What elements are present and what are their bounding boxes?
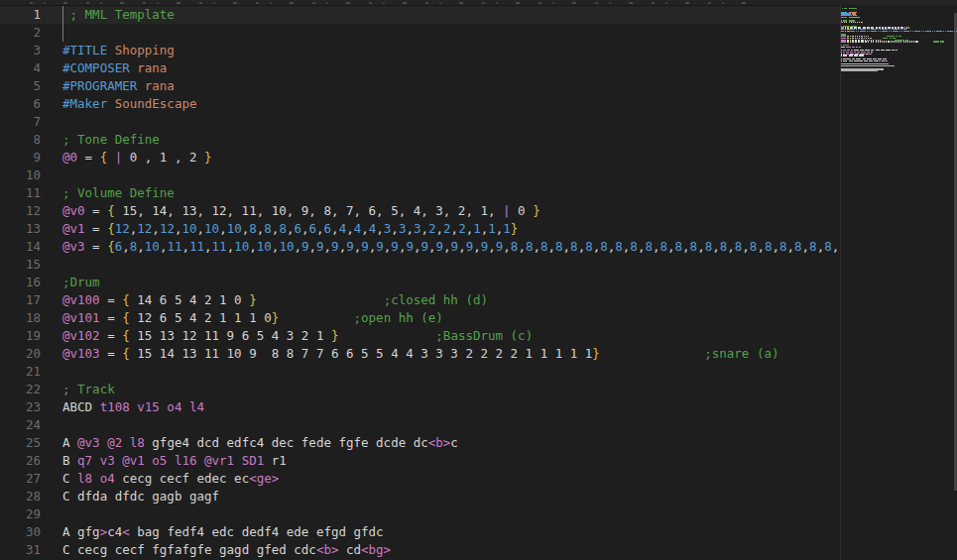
code-line[interactable]: 10 [0, 167, 840, 184]
code-line[interactable]: 11; Volume Define [0, 184, 840, 202]
code-text: ; Tone Define [62, 131, 160, 149]
line-number[interactable]: 5 [0, 77, 41, 95]
minimap[interactable] [840, 5, 957, 560]
code-text: #PROGRAMER rana [62, 77, 175, 95]
code-text: @v0 = { 15, 14, 13, 12, 11, 10, 9, 8, 7,… [62, 202, 540, 220]
line-number[interactable]: 16 [0, 274, 41, 291]
code-text: B q7 v3 @v1 o5 l16 @vr1 SD1 r1 [62, 452, 287, 470]
editor-window: 1 ; MML Template23#TITLE Shopping4#COMPO… [0, 0, 957, 560]
code-text: ; Volume Define [62, 184, 175, 202]
line-number[interactable]: 24 [0, 416, 41, 434]
code-text: @v102 = { 15 13 12 11 9 6 5 4 3 2 1 } ;B… [62, 327, 533, 345]
line-number[interactable]: 21 [0, 363, 41, 381]
minimap-line [841, 70, 957, 72]
line-number[interactable]: 30 [0, 523, 41, 541]
code-line[interactable]: 5#PROGRAMER rana [0, 77, 840, 95]
code-text: @v101 = { 12 6 5 4 2 1 1 1 0} ;open hh (… [62, 309, 443, 327]
code-text: #TITLE Shopping [62, 42, 175, 59]
code-line[interactable]: 1 ; MML Template [0, 6, 840, 24]
line-number[interactable]: 4 [0, 59, 41, 77]
line-number[interactable]: 13 [0, 220, 41, 238]
code-line[interactable]: 2 [0, 24, 840, 42]
line-number[interactable]: 8 [0, 131, 41, 149]
code-line[interactable]: 12@v0 = { 15, 14, 13, 12, 11, 10, 9, 8, … [0, 202, 840, 220]
line-number[interactable]: 15 [0, 256, 41, 274]
line-number[interactable]: 14 [0, 238, 41, 256]
code-text: @v100 = { 14 6 5 4 2 1 0 } ;closed hh (d… [62, 291, 488, 309]
code-line[interactable]: 9@0 = { | 0 , 1 , 2 } [0, 149, 840, 167]
line-number[interactable]: 10 [0, 167, 41, 184]
code-line[interactable]: 3#TITLE Shopping [0, 42, 840, 59]
code-line[interactable]: 31C cecg cecf fgfafgfe gagd gfed cdc<b> … [0, 541, 840, 559]
code-text: #Maker SoundEscape [62, 95, 196, 113]
code-line[interactable]: 16;Drum [0, 274, 840, 291]
code-text: @v1 = {12,12,12,10,10,10,8,8,8,6,6,6,4,4… [62, 220, 518, 238]
code-area[interactable]: 1 ; MML Template23#TITLE Shopping4#COMPO… [0, 5, 840, 560]
line-number[interactable]: 18 [0, 309, 41, 327]
code-text: ;Drum [62, 274, 100, 291]
code-line[interactable]: 7 [0, 113, 840, 131]
code-line[interactable]: 21 [0, 363, 840, 381]
code-line[interactable]: 4#COMPOSER rana [0, 59, 840, 77]
line-number[interactable]: 28 [0, 488, 41, 505]
line-number[interactable]: 27 [0, 470, 41, 488]
code-text: C l8 o4 cecg cecf edec ec<ge> [62, 470, 279, 488]
code-line[interactable]: 25A @v3 @2 l8 gfge4 dcd edfc4 dec fede f… [0, 434, 840, 452]
line-number[interactable]: 12 [0, 202, 41, 220]
line-number[interactable]: 11 [0, 184, 41, 202]
code-line[interactable]: 30A gfg>c4< bag fedf4 edc dedf4 ede efgd… [0, 523, 840, 541]
code-text: ; Track [62, 381, 115, 398]
code-line[interactable]: 24 [0, 416, 840, 434]
code-text: ABCD t108 v15 o4 l4 [62, 398, 204, 416]
line-number[interactable]: 3 [0, 42, 41, 59]
code-line[interactable]: 13@v1 = {12,12,12,10,10,10,8,8,8,6,6,6,4… [0, 220, 840, 238]
code-text: C cecg cecf fgfafgfe gagd gfed cdc<b> cd… [62, 541, 391, 559]
line-number[interactable]: 22 [0, 381, 41, 398]
line-number[interactable]: 2 [0, 24, 41, 42]
code-text: #COMPOSER rana [62, 59, 167, 77]
code-line[interactable]: 6#Maker SoundEscape [0, 95, 840, 113]
text-cursor [62, 6, 63, 42]
line-number[interactable]: 7 [0, 113, 41, 131]
code-text: A gfg>c4< bag fedf4 edc dedf4 ede efgd g… [62, 523, 384, 541]
code-text: @0 = { | 0 , 1 , 2 } [62, 149, 212, 167]
line-number[interactable]: 9 [0, 149, 41, 167]
code-text: C dfda dfdc gagb gagf [62, 488, 219, 505]
code-text: A @v3 @2 l8 gfge4 dcd edfc4 dec fede fgf… [62, 434, 458, 452]
line-number[interactable]: 6 [0, 95, 41, 113]
code-line[interactable]: 18@v101 = { 12 6 5 4 2 1 1 1 0} ;open hh… [0, 309, 840, 327]
code-line[interactable]: 8; Tone Define [0, 131, 840, 149]
code-text: @v3 = {6,8,10,11,11,11,10,10,10,9,9,9,9,… [62, 238, 840, 256]
code-line[interactable]: 22; Track [0, 381, 840, 398]
code-line[interactable]: 23ABCD t108 v15 o4 l4 [0, 398, 840, 416]
line-number[interactable]: 17 [0, 291, 41, 309]
line-number[interactable]: 29 [0, 505, 41, 523]
clipped-breadcrumb-text [30, 2, 754, 4]
line-number[interactable]: 25 [0, 434, 41, 452]
code-line[interactable]: 19@v102 = { 15 13 12 11 9 6 5 4 3 2 1 } … [0, 327, 840, 345]
code-text: @v103 = { 15 14 13 11 10 9 8 8 7 7 6 6 5… [62, 345, 779, 363]
code-line[interactable]: 26B q7 v3 @v1 o5 l16 @vr1 SD1 r1 [0, 452, 840, 470]
line-number[interactable]: 19 [0, 327, 41, 345]
code-line[interactable]: 29 [0, 505, 840, 523]
line-number[interactable]: 23 [0, 398, 41, 416]
line-number[interactable]: 20 [0, 345, 41, 363]
code-line[interactable]: 20@v103 = { 15 14 13 11 10 9 8 8 7 7 6 6… [0, 345, 840, 363]
line-number[interactable]: 1 [0, 6, 41, 24]
editor: 1 ; MML Template23#TITLE Shopping4#COMPO… [0, 5, 957, 560]
line-number[interactable]: 31 [0, 541, 41, 559]
code-line[interactable]: 28C dfda dfdc gagb gagf [0, 488, 840, 505]
code-line[interactable]: 15 [0, 256, 840, 274]
code-text: ; MML Template [62, 6, 175, 24]
code-line[interactable]: 17@v100 = { 14 6 5 4 2 1 0 } ;closed hh … [0, 291, 840, 309]
code-line[interactable]: 27C l8 o4 cecg cecf edec ec<ge> [0, 470, 840, 488]
code-line[interactable]: 14@v3 = {6,8,10,11,11,11,10,10,10,9,9,9,… [0, 238, 840, 256]
line-number[interactable]: 26 [0, 452, 41, 470]
